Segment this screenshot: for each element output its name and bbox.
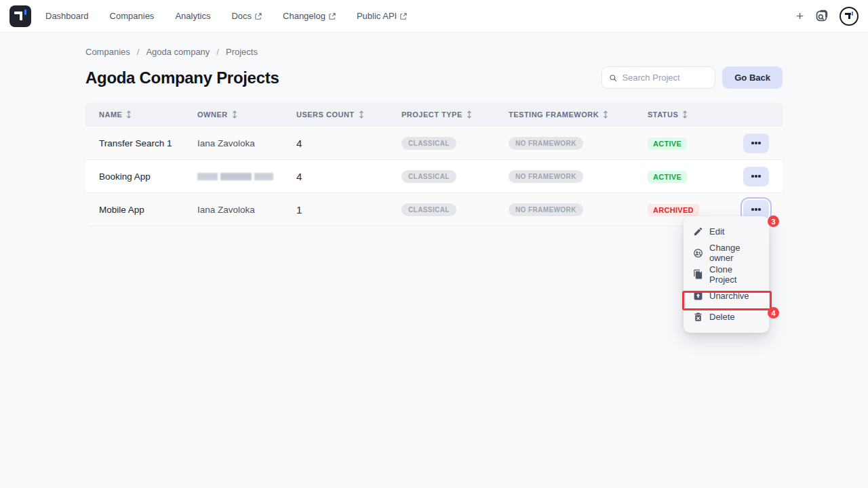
menu-item-clone-project[interactable]: Clone Project <box>684 264 769 285</box>
app-logo[interactable] <box>9 5 31 27</box>
pencil-icon <box>693 226 703 237</box>
menu-item-edit[interactable]: Edit <box>684 221 769 243</box>
project-name: Booking App <box>99 171 197 182</box>
project-type-badge: CLASSICAL <box>401 170 456 183</box>
trash-icon <box>693 312 703 322</box>
ellipsis-icon <box>755 175 757 177</box>
external-link-icon <box>329 13 336 20</box>
redacted-owner <box>197 173 296 180</box>
project-search[interactable] <box>601 66 715 89</box>
ellipsis-icon <box>755 208 757 210</box>
go-back-button[interactable]: Go Back <box>722 66 783 89</box>
nav-item-changelog[interactable]: Changelog <box>283 11 336 21</box>
table-header-row: NAME OWNER USERS COUNT PROJECT TYPE TEST… <box>85 102 783 127</box>
breadcrumb-projects[interactable]: Projects <box>226 47 258 57</box>
testing-framework-badge: NO FRAMEWORK <box>509 137 583 150</box>
sort-icon <box>125 110 132 119</box>
table-row: Booking App 4 CLASSICAL NO FRAMEWORK ACT… <box>85 160 783 193</box>
top-navbar: Dashboard Companies Analytics Docs Chang… <box>0 0 868 33</box>
menu-item-unarchive[interactable]: Unarchive <box>684 285 769 307</box>
table-row: Mobile App Iana Zavoloka 1 CLASSICAL NO … <box>85 193 783 226</box>
users-count: 4 <box>296 171 401 182</box>
status-badge: ACTIVE <box>648 171 687 183</box>
row-actions-button[interactable] <box>743 134 769 153</box>
column-header-users-count[interactable]: USERS COUNT <box>296 110 401 119</box>
project-owner: Iana Zavoloka <box>197 205 296 215</box>
column-header-owner[interactable]: OWNER <box>197 110 296 119</box>
magnifier-box-icon[interactable] <box>815 9 828 22</box>
row-actions-menu: Edit Change owner Clone Project Unarchiv… <box>684 216 769 333</box>
sort-icon <box>602 110 609 119</box>
column-header-testing-framework[interactable]: TESTING FRAMEWORK <box>509 110 648 119</box>
users-circle-icon <box>693 248 703 258</box>
nav-item-public-api[interactable]: Public API <box>357 11 407 21</box>
nav-item-companies[interactable]: Companies <box>110 11 155 21</box>
project-owner: Iana Zavoloka <box>197 138 296 148</box>
nav-item-dashboard[interactable]: Dashboard <box>45 11 89 21</box>
project-name: Transfer Search 1 <box>99 138 197 148</box>
users-count: 1 <box>296 204 401 216</box>
users-count: 4 <box>296 138 401 149</box>
status-badge: ACTIVE <box>648 138 687 150</box>
external-link-icon <box>255 13 262 20</box>
external-link-icon <box>400 13 407 20</box>
breadcrumb-agoda-company[interactable]: Agoda company <box>146 47 210 57</box>
menu-item-delete[interactable]: Delete <box>684 306 769 328</box>
row-actions-button[interactable] <box>743 167 769 186</box>
copy-icon <box>693 269 703 279</box>
archive-up-icon <box>693 291 703 301</box>
column-header-status[interactable]: STATUS <box>648 110 743 119</box>
breadcrumb: Companies / Agoda company / Projects <box>85 47 783 57</box>
search-input[interactable] <box>622 73 708 83</box>
annotation-step-4: 4 <box>768 307 779 319</box>
breadcrumb-companies[interactable]: Companies <box>85 47 130 57</box>
testing-framework-badge: NO FRAMEWORK <box>509 203 583 216</box>
ellipsis-icon <box>755 142 757 144</box>
testing-framework-badge: NO FRAMEWORK <box>509 170 583 183</box>
sort-icon <box>466 110 473 119</box>
page-title: Agoda Company Projects <box>85 68 279 87</box>
project-type-badge: CLASSICAL <box>401 137 456 150</box>
nav-item-analytics[interactable]: Analytics <box>175 11 210 21</box>
menu-item-change-owner[interactable]: Change owner <box>684 243 769 264</box>
column-header-project-type[interactable]: PROJECT TYPE <box>401 110 509 119</box>
nav-item-docs[interactable]: Docs <box>231 11 262 21</box>
sort-icon <box>231 110 238 119</box>
table-row: Transfer Search 1 Iana Zavoloka 4 CLASSI… <box>85 127 783 160</box>
status-badge: ARCHIVED <box>648 204 699 216</box>
project-type-badge: CLASSICAL <box>401 203 456 216</box>
main-nav: Dashboard Companies Analytics Docs Chang… <box>45 11 407 21</box>
add-icon[interactable]: + <box>796 9 804 22</box>
project-name: Mobile App <box>99 205 197 215</box>
search-icon <box>609 73 617 83</box>
user-avatar[interactable] <box>840 7 859 26</box>
projects-table: NAME OWNER USERS COUNT PROJECT TYPE TEST… <box>85 102 783 226</box>
sort-icon <box>682 110 688 119</box>
column-header-name[interactable]: NAME <box>99 110 197 119</box>
sort-icon <box>358 110 365 119</box>
